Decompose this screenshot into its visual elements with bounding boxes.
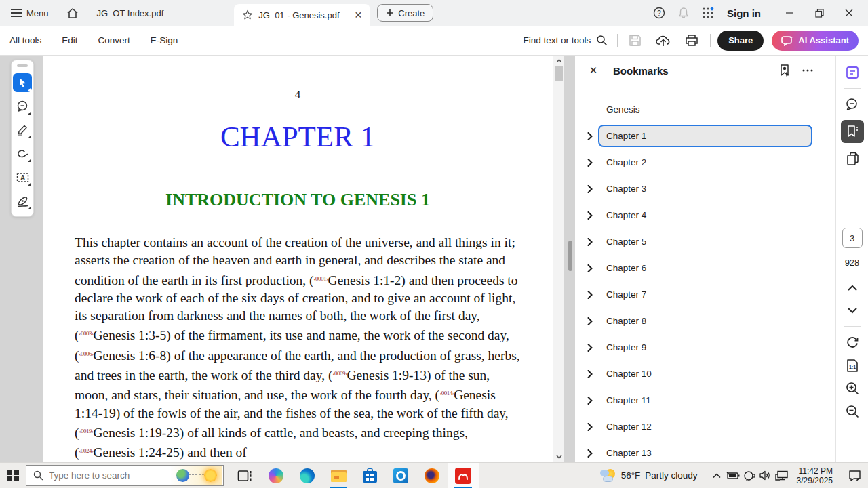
expand-chevron-icon[interactable]	[575, 317, 598, 325]
bookmark-item-chapter-9[interactable]: Chapter 9	[575, 334, 822, 361]
edit-menu[interactable]: Edit	[62, 35, 77, 45]
all-tools-menu[interactable]: All tools	[9, 35, 41, 45]
copilot-button[interactable]	[260, 463, 292, 488]
add-text-tool-button[interactable]: A	[13, 168, 32, 187]
scripture-reference-marker[interactable]: 0003	[79, 330, 94, 337]
bookmark-label[interactable]: Chapter 3	[598, 178, 812, 200]
firefox-button[interactable]	[416, 463, 448, 488]
fit-page-button[interactable]: 1:1	[841, 354, 864, 377]
menu-button[interactable]: Menu	[0, 8, 58, 18]
action-center-button[interactable]	[841, 463, 868, 488]
sign-tool-button[interactable]	[13, 192, 32, 211]
expand-chevron-icon[interactable]	[575, 396, 598, 405]
tab-close-icon[interactable]: ✕	[355, 9, 363, 20]
more-options-icon[interactable]	[802, 68, 814, 73]
document-scrollbar[interactable]	[553, 56, 564, 462]
volume-tray-button[interactable]	[757, 463, 774, 488]
help-button[interactable]: ?	[648, 3, 670, 23]
convert-menu[interactable]: Convert	[98, 35, 130, 45]
bookmark-label[interactable]: Chapter 12	[598, 415, 812, 438]
bookmark-label[interactable]: Chapter 1	[598, 125, 812, 147]
bookmarks-panel-button[interactable]	[841, 120, 864, 143]
bookmark-item-chapter-1[interactable]: Chapter 1	[575, 123, 822, 149]
zoom-in-button[interactable]	[841, 377, 864, 400]
search-input[interactable]	[49, 470, 151, 481]
bookmark-item-chapter-7[interactable]: Chapter 7	[575, 281, 822, 308]
current-page-input[interactable]: 3	[842, 228, 863, 248]
bing-daily-image[interactable]	[171, 466, 222, 485]
file-explorer-button[interactable]	[323, 463, 354, 488]
home-button[interactable]	[58, 7, 87, 19]
star-icon[interactable]	[242, 9, 253, 20]
battery-tray-button[interactable]	[725, 463, 741, 488]
next-page-button[interactable]	[841, 299, 864, 322]
bookmark-label[interactable]: Chapter 5	[598, 230, 812, 253]
scripture-reference-marker[interactable]: 0006	[79, 350, 94, 357]
camera-tray-button[interactable]	[741, 463, 757, 488]
expand-chevron-icon[interactable]	[575, 370, 598, 378]
bookmark-item-chapter-10[interactable]: Chapter 10	[575, 361, 822, 387]
bookmark-label[interactable]: Chapter 9	[598, 336, 812, 359]
bookmark-label[interactable]: Chapter 2	[598, 151, 812, 174]
esign-menu[interactable]: E-Sign	[151, 35, 178, 45]
acrobat-taskbar-button[interactable]	[448, 463, 479, 488]
print-button[interactable]	[680, 30, 703, 52]
task-view-button[interactable]	[229, 463, 260, 488]
close-button[interactable]	[835, 3, 863, 23]
comment-tool-button[interactable]	[13, 97, 32, 116]
expand-chevron-icon[interactable]	[575, 211, 598, 220]
panel-resize-handle[interactable]	[568, 241, 572, 271]
find-text-button[interactable]: Find text or tools	[523, 35, 608, 46]
bookmark-label[interactable]: Chapter 13	[598, 442, 812, 464]
weather-widget[interactable]: 56°F Partly cloudy	[600, 468, 698, 483]
bookmark-item-chapter-8[interactable]: Chapter 8	[575, 308, 822, 334]
bookmark-item-chapter-5[interactable]: Chapter 5	[575, 228, 822, 255]
scripture-reference-marker[interactable]: 0014	[439, 390, 454, 396]
bookmark-item-chapter-12[interactable]: Chapter 12	[575, 413, 822, 440]
microsoft-store-button[interactable]	[354, 463, 385, 488]
start-button[interactable]	[0, 463, 26, 488]
expand-chevron-icon[interactable]	[575, 264, 598, 272]
expand-chevron-icon[interactable]	[575, 238, 598, 246]
scripture-reference-marker[interactable]: 0009	[332, 370, 347, 377]
ai-assistant-panel-button[interactable]	[841, 61, 864, 84]
expand-chevron-icon[interactable]	[575, 423, 598, 431]
scripture-reference-marker[interactable]: 0019	[79, 428, 94, 434]
draw-tool-button[interactable]	[13, 144, 32, 163]
hidden-icons-button[interactable]	[709, 463, 725, 488]
taskbar-search[interactable]	[26, 465, 224, 486]
bookmark-label[interactable]: Chapter 7	[598, 283, 812, 306]
upload-cloud-button[interactable]	[652, 30, 675, 52]
previous-page-button[interactable]	[841, 276, 864, 299]
restore-button[interactable]	[806, 3, 833, 23]
scripture-reference-marker[interactable]: 0001	[314, 275, 328, 282]
expand-chevron-icon[interactable]	[575, 449, 598, 458]
expand-chevron-icon[interactable]	[575, 132, 598, 140]
minimize-button[interactable]	[776, 3, 803, 23]
bookmark-label[interactable]: Chapter 10	[598, 363, 812, 385]
ai-assistant-button[interactable]: AI Assistant	[772, 30, 859, 51]
bookmark-item-chapter-11[interactable]: Chapter 11	[575, 387, 822, 413]
tab-jg-ot-index[interactable]: JG_OT Index.pdf	[87, 0, 174, 26]
edge-button[interactable]	[292, 463, 323, 488]
scripture-reference-marker[interactable]: 0024	[79, 447, 94, 454]
expand-chevron-icon[interactable]	[575, 344, 598, 352]
outlook-button[interactable]	[385, 463, 416, 488]
share-button[interactable]: Share	[717, 30, 764, 51]
scrollbar-thumb[interactable]	[555, 66, 563, 81]
bookmark-item-chapter-2[interactable]: Chapter 2	[575, 149, 822, 176]
select-tool-button[interactable]	[13, 73, 32, 92]
expand-chevron-icon[interactable]	[575, 159, 598, 167]
bookmark-item-chapter-3[interactable]: Chapter 3	[575, 176, 822, 202]
rotate-page-button[interactable]	[841, 331, 864, 354]
pages-panel-button[interactable]	[841, 147, 864, 170]
scroll-up-icon[interactable]	[553, 56, 564, 66]
sign-in-button[interactable]: Sign in	[727, 7, 761, 19]
bookmarks-close-button[interactable]: ✕	[585, 62, 602, 79]
bookmark-label[interactable]: Genesis	[598, 98, 812, 121]
comments-panel-button[interactable]	[841, 93, 864, 116]
bookmark-item-genesis[interactable]: Genesis	[575, 96, 822, 123]
bookmark-label[interactable]: Chapter 4	[598, 204, 812, 226]
bookmark-label[interactable]: Chapter 8	[598, 310, 812, 332]
expand-chevron-icon[interactable]	[575, 185, 598, 193]
